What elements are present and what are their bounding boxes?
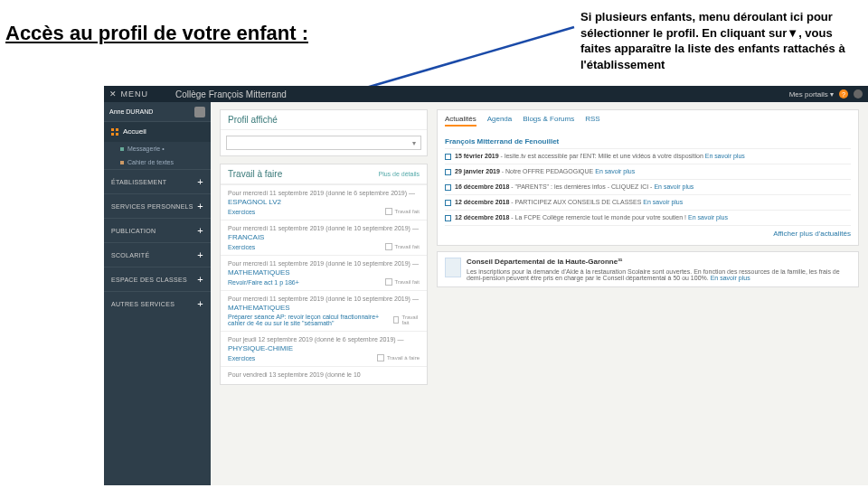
news-item[interactable]: 12 décembre 2018 - La FCPE Collège remer…	[445, 211, 851, 226]
tabs: ActualitésAgendaBlogs & ForumsRSS	[437, 109, 859, 131]
news-item[interactable]: 12 décembre 2018 - PARTICIPEZ AUX CONSEI…	[445, 195, 851, 211]
user-icon[interactable]	[854, 89, 863, 99]
homework-more-link[interactable]: Plus de détails	[378, 171, 420, 177]
book-icon	[120, 161, 124, 164]
news-more-link[interactable]: Afficher plus d'actualités	[445, 226, 851, 241]
app-screenshot: ✕ MENU Collège François Mitterrand Mes p…	[104, 86, 868, 485]
done-checkbox[interactable]: Travail fait	[385, 208, 420, 215]
homework-title: Travail à faire	[228, 169, 282, 179]
school-name: Collège François Mitterrand	[175, 89, 287, 99]
nav-section[interactable]: ÉTABLISSEMENT+	[104, 169, 211, 193]
topbar: ✕ MENU Collège François Mitterrand Mes p…	[104, 86, 868, 102]
tab[interactable]: Blogs & Forums	[523, 115, 574, 127]
done-checkbox[interactable]: Travail fait	[393, 314, 420, 325]
calendar-icon	[445, 200, 451, 206]
profile-label: Profil affiché	[228, 115, 278, 125]
calendar-icon	[445, 169, 451, 175]
tab[interactable]: Actualités	[445, 115, 476, 127]
done-checkbox[interactable]: Travail fait	[385, 243, 420, 250]
done-checkbox[interactable]: Travail fait	[385, 278, 420, 286]
plus-icon: +	[197, 298, 203, 309]
home-icon	[111, 128, 118, 136]
nav-section[interactable]: SERVICES PERSONNELS+	[104, 193, 211, 218]
help-icon[interactable]: ?	[839, 89, 848, 99]
nav-cahier[interactable]: Cahier de textes	[104, 155, 211, 169]
info-panel: Conseil Départemental de la Haute-Garonn…	[437, 251, 859, 287]
tab[interactable]: Agenda	[487, 115, 513, 127]
nav-section[interactable]: AUTRES SERVICES+	[104, 291, 211, 315]
done-checkbox[interactable]: Travail à faire	[377, 354, 420, 361]
homework-item: Pour jeudi 12 septembre 2019 (donné le 6…	[221, 331, 427, 366]
plus-icon: +	[197, 201, 203, 211]
tab[interactable]: RSS	[585, 115, 599, 127]
plus-icon: +	[197, 249, 203, 260]
homework-item: Pour mercredi 11 septembre 2019 (donné l…	[221, 184, 427, 220]
menu-toggle[interactable]: ✕ MENU	[109, 89, 148, 99]
nav-section[interactable]: ESPACE DES CLASSES+	[104, 267, 211, 291]
user-name: Anne DURAND	[109, 108, 153, 115]
plus-icon: +	[197, 274, 203, 285]
news-panel: François Mitterrand de Fenouillet 15 fév…	[437, 131, 859, 246]
chevron-down-icon: ▾	[412, 139, 416, 147]
user-block[interactable]: Anne DURAND	[104, 102, 211, 122]
homework-item: Pour mercredi 11 septembre 2019 (donné l…	[221, 255, 427, 290]
sidebar: Anne DURAND Accueil Messagerie • Cahier …	[104, 102, 211, 485]
nav-section[interactable]: SCOLARITÉ+	[104, 242, 211, 267]
homework-item: Pour mercredi 11 septembre 2019 (donné l…	[221, 220, 427, 255]
profile-panel: Profil affiché ▾	[220, 109, 428, 156]
dept-logo	[445, 258, 461, 277]
homework-panel: Travail à fairePlus de détails Pour merc…	[220, 164, 428, 385]
info-link[interactable]: En savoir plus	[711, 275, 750, 281]
profile-dropdown[interactable]: ▾	[226, 136, 421, 150]
news-item[interactable]: 29 janvier 2019 - Notre OFFRE PEDAGOGIQU…	[445, 164, 851, 180]
info-body: Les inscriptions pour la demande d'Aide …	[467, 268, 840, 281]
content-area: Profil affiché ▾ Travail à fairePlus de …	[211, 102, 868, 485]
annotation-note: Si plusieurs enfants, menu déroulant ici…	[580, 9, 861, 72]
nav-messagerie[interactable]: Messagerie •	[104, 142, 211, 155]
nav-accueil[interactable]: Accueil	[104, 122, 211, 142]
page-title: Accès au profil de votre enfant :	[5, 22, 308, 45]
news-item[interactable]: 15 février 2019 - lesite.tv est accessib…	[445, 149, 851, 164]
info-title: Conseil Départemental de la Haute-Garonn…	[467, 258, 851, 266]
plus-icon: +	[197, 176, 203, 187]
calendar-icon	[445, 184, 451, 191]
news-item[interactable]: 16 décembre 2018 - "PARENTS" : les derni…	[445, 180, 851, 195]
nav-section[interactable]: PUBLICATION+	[104, 218, 211, 242]
homework-item: Pour mercredi 11 septembre 2019 (donné l…	[221, 290, 427, 331]
portals-dropdown[interactable]: Mes portails ▾	[789, 90, 834, 99]
mail-icon	[120, 147, 124, 151]
homework-item: Pour vendredi 13 septembre 2019 (donné l…	[221, 366, 427, 384]
calendar-icon	[445, 215, 451, 221]
avatar	[194, 107, 205, 117]
plus-icon: +	[197, 225, 203, 236]
calendar-icon	[445, 154, 451, 160]
news-header: François Mitterrand de Fenouillet	[445, 135, 851, 149]
